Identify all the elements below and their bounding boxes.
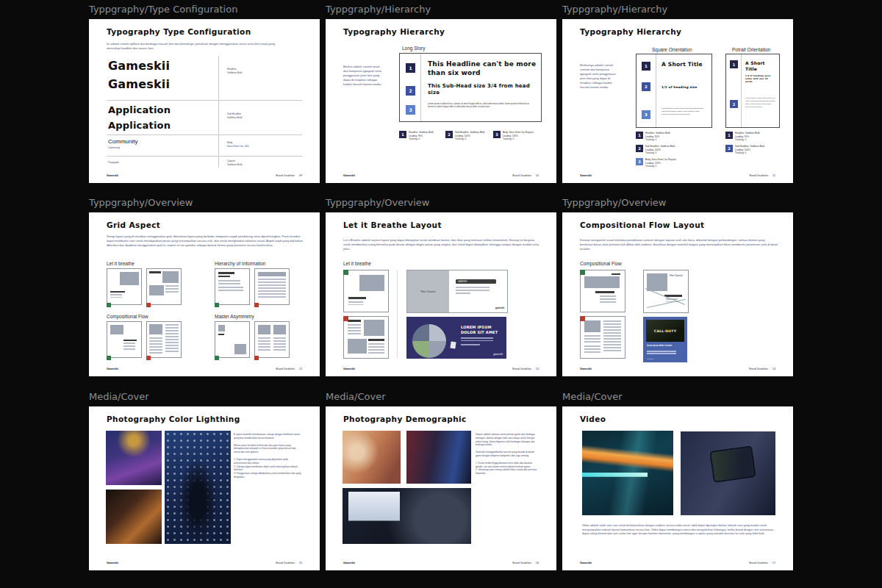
wireframe-block (162, 271, 179, 283)
legend-item: 1 Headline, Goldman BoldLeading: 90%Trac… (399, 131, 434, 141)
footer-doc: Brand Guideline11 (749, 174, 775, 177)
demo-subhead: 1/2 of heading size (662, 85, 698, 90)
specimen-line: Gameskii (108, 57, 170, 76)
footer-brand: Gameskii (107, 368, 118, 370)
footer-brand: Gameskii (580, 562, 592, 564)
panel-label: Film Channel (421, 290, 436, 293)
slide-photo-lighting[interactable]: Photography Color Lighthing E-sports mem… (89, 406, 320, 570)
slide-footer: Gameskii Brand Guideline11 (580, 174, 775, 177)
wireframe-bar (218, 272, 234, 274)
wireframe-bar (123, 340, 137, 341)
frame-video: Media/Cover Video Video adalah salah sat… (562, 391, 793, 570)
divider (107, 135, 302, 135)
legend-badge: 3 (636, 158, 643, 165)
specimen-line: Gameskii (108, 76, 170, 94)
slide-video[interactable]: Video Video adalah salah satu cara untuk… (562, 406, 793, 570)
slide-title: Photography Demographic (343, 415, 467, 423)
legend-text: Body, Saira Semi Con RegularLeading: 130… (503, 131, 534, 141)
design-canvas: Typpgraphy/Type Configuration Typography… (0, 0, 882, 588)
wireframe-block (258, 325, 270, 334)
hierarchy-box: 1 2 3 This Headline can't be more than s… (399, 53, 542, 122)
demo-body: Lorem ipsum in diam lectus, laoreet sit … (428, 102, 531, 109)
slide-footer: Gameskii Brand Guideline17 (580, 562, 775, 564)
legend-text: Headline, Goldman BoldLeading: 90%Tracki… (409, 131, 434, 141)
side-paragraph: Berikut adalah contoh untuk dari komposi… (343, 65, 383, 87)
badge-2: 2 (406, 86, 415, 96)
badge-2: 2 (730, 100, 738, 108)
legend-item: 2 Sub-Headline, Goldman BoldLeading: 100… (445, 131, 484, 141)
flow-wireframe: Film Channel (643, 270, 689, 313)
wireframe-bar (612, 273, 620, 275)
example-logo: gameskii (493, 353, 503, 356)
footer-doc: Brand Guideline13 (512, 368, 539, 370)
wireframe-thumb-good (107, 268, 142, 305)
frame-type-configuration: Typpgraphy/Type Configuration Typography… (89, 4, 320, 183)
divider (397, 270, 398, 358)
badge-1: 1 (406, 63, 415, 73)
footer-brand: Gameskii (343, 562, 355, 564)
slide-photo-demographic[interactable]: Photography Demographic Gamer adalah seb… (326, 406, 556, 570)
poster-example: CALL·DUTY Lorem ipsum dolor sit amet gam… (643, 317, 687, 362)
paragraph: Warna warni tersebut terlihat dari dua g… (234, 444, 301, 454)
wireframe-lines (258, 279, 286, 298)
slide-hierarchy-long[interactable]: Typography Hierarchy Long Story Berikut … (326, 19, 556, 183)
slide-hierarchy-orientations[interactable]: Typography Hierarchy Berikutnya adalah c… (562, 19, 793, 183)
slide-footer: Gameskii Brand Guideline10 (343, 174, 539, 177)
frame-label[interactable]: Typpgraphy/Type Configuration (89, 4, 320, 15)
wireframe-thumb-bad (580, 316, 625, 359)
wireframe-bar (595, 291, 614, 293)
wireframe-lines (584, 335, 600, 343)
frame-breathe-layout: Typpgraphy/Overview Let it Breathe Layou… (326, 197, 556, 376)
wireframe-block (584, 320, 600, 332)
body-paragraph: Video adalah salah satu cara untuk berko… (582, 524, 775, 537)
frame-label[interactable]: Typpgraphy/Overview (562, 197, 793, 209)
paragraph: E-sports memiliki keterbatasan cahaya de… (234, 433, 301, 440)
demo-headline: This Headline can't be more than six wor… (428, 60, 537, 77)
legend-text: Headline, Goldman BoldLeading: 90%Tracki… (645, 132, 670, 142)
slide-title: Typography Type Configuration (107, 27, 251, 36)
demo-subhead: 1/4 of headings goes under with max 10 w… (745, 75, 775, 84)
frame-label[interactable]: Media/Cover (562, 391, 793, 403)
font-name: Goldman Bold (227, 163, 242, 167)
demo-headline: A Short Title (662, 61, 704, 68)
footer-doc: Brand Guideline16 (512, 562, 539, 564)
legend-item: 3 Body, Saira Semi Con RegularLeading: 1… (493, 131, 534, 141)
example-lines (461, 344, 480, 346)
slide-footer: Gameskii Brand Guideline12 (107, 368, 302, 370)
wireframe-lines (218, 287, 243, 293)
frame-label[interactable]: Typpgraphy/Overview (89, 197, 320, 209)
divider (741, 54, 742, 127)
demo-body: Lorem ipsum in diam lectus laoreet sit a… (662, 107, 704, 116)
slide-grid-aspect[interactable]: Grid Aspect Setiap layout yang di misalk… (89, 212, 320, 376)
legend-badge: 2 (445, 131, 453, 138)
wireframe-block (110, 325, 123, 334)
circle-quadrant (412, 324, 429, 341)
frame-label[interactable]: Typpgraphy/Hierarchy (326, 4, 556, 15)
legend-text: Headline, Goldman BoldLeading: 90%Tracki… (735, 132, 760, 142)
divider (656, 54, 656, 127)
specimen-line: Application (108, 103, 171, 118)
poster-lines (647, 351, 676, 355)
frame-label[interactable]: Typpgraphy/Overview (326, 197, 556, 209)
frame-label[interactable]: Typpgraphy/Hierarchy (562, 4, 793, 15)
do-marker (107, 303, 111, 307)
frame-label[interactable]: Media/Cover (326, 391, 556, 403)
dont-marker (146, 303, 151, 307)
slide-breathe-layout[interactable]: Let it Breathe Layout Let it Breathe ada… (326, 212, 556, 376)
slide-type-configuration[interactable]: Typography Type Configuration Ini adalah… (89, 19, 320, 183)
frame-label[interactable]: Media/Cover (89, 391, 320, 403)
wireframe-lines (584, 345, 600, 353)
slide-flow-layout[interactable]: Compositional Flow Layout Konsep mengont… (562, 212, 793, 376)
wireframe-lines (368, 343, 384, 354)
frame-photo-demographic: Media/Cover Photography Demographic Game… (326, 391, 556, 570)
footer-brand: Gameskii (343, 368, 355, 370)
legend-badge: 1 (636, 132, 643, 139)
footer-doc: Brand Guideline09 (276, 174, 302, 177)
wireframe-bar (218, 334, 224, 335)
wireframe-thumb-bad (146, 268, 182, 305)
photo-esports-arena (106, 431, 162, 485)
footer-doc: Brand Guideline14 (749, 368, 775, 370)
legend-badge: 2 (636, 145, 643, 152)
group-label-square: Square Orientation (652, 47, 692, 52)
footer-doc: Brand Guideline12 (276, 368, 302, 370)
